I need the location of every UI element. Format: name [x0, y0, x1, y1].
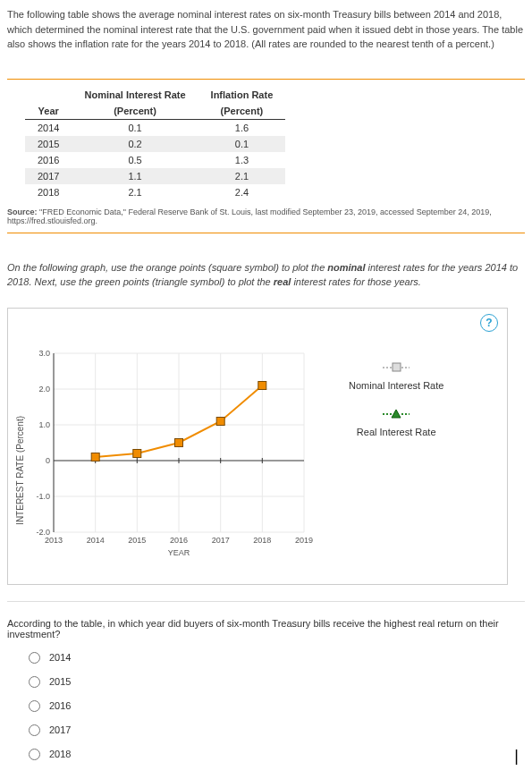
- table-row: 2018 2.1 2.4: [25, 184, 285, 200]
- col-subheader-nir: (Percent): [72, 103, 198, 120]
- option-2014[interactable]: 2014: [29, 652, 525, 664]
- legend-real-label: Real Interest Rate: [357, 427, 436, 437]
- source-line: Source: "FRED Economic Data," Federal Re…: [7, 207, 525, 225]
- options-group: 2014 2015 2016 2017 2018: [29, 652, 525, 760]
- col-header-year: Year: [25, 103, 72, 120]
- option-label: 2015: [49, 676, 71, 687]
- text-cursor-icon: |: [514, 747, 519, 766]
- svg-text:2016: 2016: [170, 536, 188, 545]
- svg-text:0: 0: [46, 456, 50, 465]
- table-row: 2014 0.1 1.6: [25, 119, 285, 136]
- question-text: According to the table, in which year di…: [7, 618, 525, 639]
- table-row: 2017 1.1 2.1: [25, 168, 285, 184]
- nominal-point[interactable]: [216, 417, 224, 425]
- section-divider: [7, 601, 525, 602]
- svg-text:2017: 2017: [212, 536, 230, 545]
- col-subheader-inf: (Percent): [198, 103, 286, 120]
- nominal-point[interactable]: [133, 449, 141, 457]
- svg-text:YEAR: YEAR: [168, 548, 190, 557]
- option-label: 2017: [49, 724, 71, 735]
- triangle-icon: [383, 409, 410, 421]
- option-2015[interactable]: 2015: [29, 676, 525, 688]
- table-row: 2015 0.2 0.1: [25, 136, 285, 152]
- square-icon: [383, 362, 410, 375]
- legend-nominal-label: Nominal Interest Rate: [349, 380, 443, 391]
- graph-instructions: On the following graph, use the orange p…: [7, 260, 525, 290]
- radio-2015[interactable]: [29, 676, 40, 688]
- legend-real[interactable]: Real Interest Rate: [349, 409, 443, 437]
- svg-text:2018: 2018: [253, 536, 271, 545]
- y-axis-label: INTEREST RATE (Percent): [15, 389, 25, 525]
- nominal-point[interactable]: [175, 438, 183, 446]
- option-label: 2016: [49, 700, 71, 711]
- svg-text:2014: 2014: [87, 536, 105, 545]
- col-header-nir: Nominal Interest Rate: [72, 87, 198, 103]
- legend: Nominal Interest Rate Real Interest Rate: [349, 362, 443, 455]
- legend-nominal[interactable]: Nominal Interest Rate: [349, 362, 443, 391]
- divider-bottom: [7, 233, 525, 233]
- col-header-inf: Inflation Rate: [198, 87, 286, 103]
- radio-2017[interactable]: [29, 724, 40, 736]
- svg-text:2015: 2015: [128, 536, 146, 545]
- svg-text:-1.0: -1.0: [36, 492, 50, 501]
- svg-text:2013: 2013: [45, 536, 63, 545]
- option-label: 2018: [49, 749, 71, 759]
- radio-2018[interactable]: [29, 749, 40, 760]
- rates-table: Nominal Interest Rate Inflation Rate Yea…: [25, 87, 285, 200]
- radio-2016[interactable]: [29, 700, 40, 712]
- nominal-point[interactable]: [91, 453, 99, 461]
- plot-area[interactable]: 3.0 2.0 1.0 0 -1.0 -2.0 2013 2014 2015 2…: [27, 344, 322, 570]
- chart-panel: ? INTEREST RATE (Percent): [7, 308, 508, 585]
- svg-text:1.0: 1.0: [38, 420, 50, 429]
- svg-text:2019: 2019: [295, 536, 313, 545]
- svg-marker-36: [392, 410, 401, 418]
- svg-rect-33: [393, 363, 401, 371]
- divider-top: [7, 79, 525, 80]
- table-row: 2016 0.5 1.3: [25, 152, 285, 168]
- chart-svg[interactable]: 3.0 2.0 1.0 0 -1.0 -2.0 2013 2014 2015 2…: [27, 344, 322, 568]
- option-2016[interactable]: 2016: [29, 700, 525, 712]
- svg-text:3.0: 3.0: [38, 349, 50, 358]
- nominal-point[interactable]: [258, 381, 266, 389]
- option-label: 2014: [49, 652, 71, 663]
- option-2018[interactable]: 2018: [29, 749, 525, 760]
- option-2017[interactable]: 2017: [29, 724, 525, 736]
- help-button[interactable]: ?: [480, 314, 498, 332]
- radio-2014[interactable]: [29, 652, 40, 664]
- svg-text:2.0: 2.0: [38, 385, 50, 394]
- intro-text: The following table shows the average no…: [7, 7, 525, 52]
